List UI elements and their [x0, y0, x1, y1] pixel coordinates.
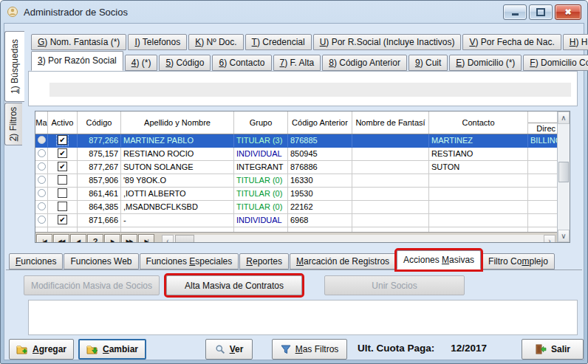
radio[interactable] — [38, 176, 46, 184]
radio[interactable] — [38, 136, 46, 144]
function-tab-marcacion-de-registros[interactable]: Marcación de Registros — [290, 253, 396, 269]
vertical-scroll-thumb[interactable] — [558, 162, 569, 182]
column-header-contacto[interactable]: Contacto — [429, 111, 528, 134]
column-header-activo[interactable]: Activo — [48, 111, 78, 134]
cell-codigo-anterior: 6968 — [288, 214, 352, 227]
cuota-label: Ult. Cuota Paga: — [358, 343, 434, 354]
column-header-grupo[interactable]: Grupo — [234, 111, 288, 134]
nav-last-button[interactable]: ▶| — [138, 234, 154, 242]
cell-fantasia — [352, 188, 429, 200]
agregar-button[interactable]: Agregar — [9, 339, 74, 360]
column-header-apellido-y-nombre[interactable]: Apellido y Nombre — [121, 111, 234, 134]
checkbox[interactable]: ✔ — [58, 215, 67, 224]
cell-contacto — [429, 201, 528, 213]
horizontal-scrollbar[interactable]: ‹ › — [162, 235, 555, 242]
record-navigator: |◀◀◀◀?▶▶▶▶| ‹ › — [35, 232, 557, 242]
column-header-codigo[interactable]: Código — [78, 111, 121, 134]
grid-row[interactable]: 857,906'89 Y8OK.OTITULAR (0)16330 — [35, 174, 557, 188]
search-tab-6-contacto[interactable]: 6) Contacto — [212, 55, 271, 71]
vertical-scroll-track[interactable] — [558, 124, 570, 230]
cell-nombre: MARTINEZ PABLO — [121, 134, 234, 147]
title-bar[interactable]: Administrador de Socios ✖ — [1, 1, 587, 23]
checkbox[interactable] — [58, 188, 67, 198]
function-tab-acciones-masivas[interactable]: Acciones Masivas — [397, 250, 481, 269]
search-tab-k-n-doc[interactable]: K) Nº Doc. — [188, 34, 243, 50]
grid-row[interactable]: ✔875,157RESTIANO ROCIOINDIVIDUAL850945RE… — [35, 148, 557, 161]
grid-header: MaActivoCódigoApellido y NombreGrupoCódi… — [35, 111, 557, 134]
alta-masiva-de-contratos-button[interactable]: Alta Masiva de Contratos — [166, 275, 302, 295]
nav-prior-button[interactable]: ◀ — [70, 234, 86, 242]
column-header-direc[interactable]: Direc — [528, 111, 557, 134]
search-tab-g-nom-fantasia[interactable]: G) Nom. Fantasía (*) — [31, 34, 126, 50]
cambiar-button[interactable]: Cambiar — [78, 339, 146, 360]
checkbox[interactable]: ✔ — [58, 148, 67, 158]
function-tab-reportes[interactable]: Reportes — [239, 253, 289, 269]
column-header-codigo-anterior[interactable]: Código Anterior — [288, 111, 352, 134]
radio[interactable] — [38, 216, 46, 224]
radio[interactable] — [38, 189, 46, 197]
checkbox[interactable]: ✔ — [58, 135, 67, 145]
function-tab-funciones-web[interactable]: Funciones Web — [64, 253, 138, 269]
close-button[interactable]: ✖ — [555, 4, 581, 20]
search-input[interactable] — [49, 83, 571, 97]
cell-contacto — [429, 214, 528, 227]
cell-direccion — [528, 214, 557, 227]
search-tab-u-por-r-social-incluye-inactivos[interactable]: U) Por R.Social (Incluye Inactivos) — [313, 34, 462, 50]
search-tab-h-huella-dactilar[interactable]: H) Huella Dactilar — [563, 34, 588, 50]
search-tab-5-codigo[interactable]: 5) Código — [159, 55, 211, 71]
search-tab-4[interactable]: 4) (*) — [125, 55, 158, 71]
grid-row[interactable]: 864,385,MSADNBCFLKSBDTITULAR (0)22162 — [35, 201, 557, 214]
scroll-down-icon[interactable]: ∨ — [558, 230, 570, 242]
search-tab-v-por-fecha-de-nac[interactable]: V) Por Fecha de Nac. — [462, 34, 561, 50]
salir-button[interactable]: Salir — [522, 339, 584, 360]
scroll-right-icon[interactable]: › — [544, 235, 555, 242]
cell-codigo: 857,906 — [78, 174, 121, 187]
radio[interactable] — [38, 202, 46, 210]
unir-socios-button: Unir Socios — [324, 275, 465, 295]
vertical-scrollbar[interactable]: ∧ ∨ — [557, 111, 570, 242]
nav-search-button[interactable]: ? — [87, 234, 103, 242]
cell-direccion — [528, 161, 557, 174]
search-tab-9-cuit[interactable]: 9) Cuit — [408, 55, 448, 71]
side-tab-1-busquedas[interactable]: 1) Búsquedas — [4, 31, 24, 102]
cell-fantasia — [352, 174, 429, 187]
checkbox[interactable]: ✔ — [58, 162, 67, 171]
grid-row[interactable]: 861,461,IOTTI ALBERTOTITULAR (0)19530 — [35, 188, 557, 201]
radio[interactable] — [38, 149, 46, 157]
column-header-nombre-de-fantasi[interactable]: Nombre de Fantasí — [352, 111, 429, 134]
mas-filtros-button[interactable]: Mas Filtros — [272, 339, 347, 360]
scroll-left-icon[interactable]: ‹ — [162, 235, 174, 242]
grid-row[interactable]: ✔877,266MARTINEZ PABLOTITULAR (3)876885M… — [35, 134, 557, 148]
search-tab-i-telefonos[interactable]: I) Telefonos — [128, 34, 187, 50]
function-tab-funciones[interactable]: Funciones — [9, 253, 63, 269]
checkbox[interactable] — [58, 175, 67, 185]
search-tab-3-por-razon-social[interactable]: 3) Por Razón Social — [31, 51, 123, 71]
function-tab-funciones-especiales[interactable]: Funciones Especiales — [140, 253, 239, 269]
cell-marker — [35, 214, 48, 227]
cell-codigo: 877,266 — [78, 134, 121, 147]
maximize-button[interactable] — [529, 4, 553, 20]
cell-nombre: ,MSADNBCFLKSBD — [121, 201, 234, 213]
grid-row[interactable]: ✔877,267SUTON SOLANGEINTEGRANT876886SUTO… — [35, 161, 557, 174]
nav-first-button[interactable]: |◀ — [36, 234, 52, 242]
nav-prior-page-button[interactable]: ◀◀ — [53, 234, 69, 242]
checkbox[interactable] — [58, 202, 67, 211]
ver-button[interactable]: Ver — [205, 339, 253, 360]
horizontal-scroll-thumb[interactable] — [175, 235, 194, 242]
grid-row[interactable]: ✔871,666-INDIVIDUAL6968 — [35, 214, 557, 227]
search-tab-f-domicilio-cob[interactable]: F) Domicilio Cob. — [523, 55, 588, 71]
search-tab-8-codigo-anterior[interactable]: 8) Código Anterior — [322, 55, 407, 71]
cell-contacto: RESTIANO — [429, 148, 528, 160]
nav-next-button[interactable]: ▶ — [104, 234, 120, 242]
search-tab-e-domicilio[interactable]: E) Domicilio (*) — [449, 55, 522, 71]
minimize-button[interactable] — [503, 4, 527, 20]
function-tab-filtro-complejo[interactable]: Filtro Complejo — [482, 253, 555, 269]
search-tab-7-f-alta[interactable]: 7) F. Alta — [273, 55, 321, 71]
cell-marker — [35, 134, 48, 147]
radio[interactable] — [38, 162, 46, 171]
search-tab-t-credencial[interactable]: T) Credencial — [245, 34, 312, 50]
scroll-up-icon[interactable]: ∧ — [558, 111, 570, 124]
side-tab-2-filtros[interactable]: 2) Filtros — [4, 103, 22, 145]
column-header-ma[interactable]: Ma — [35, 111, 48, 134]
nav-next-page-button[interactable]: ▶▶ — [121, 234, 137, 242]
